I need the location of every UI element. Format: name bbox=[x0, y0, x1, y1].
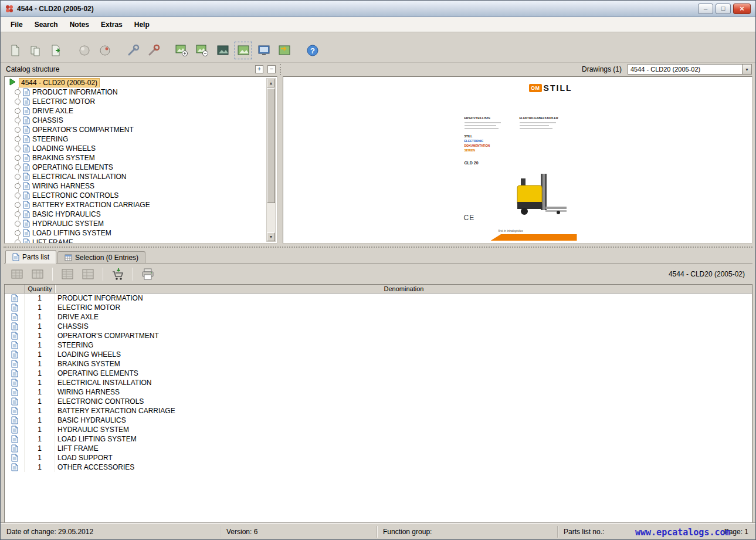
parts-table-row[interactable]: 1 OTHER ACCESSORIES bbox=[5, 463, 752, 472]
catalog-tree-item[interactable]: STEERING bbox=[6, 134, 266, 144]
expand-all-rows-icon[interactable] bbox=[60, 266, 75, 282]
parts-table-row[interactable]: 1 BRAKING SYSTEM bbox=[5, 359, 752, 369]
tree-expand-all-button[interactable]: + bbox=[255, 65, 263, 73]
tree-toggle-icon[interactable] bbox=[15, 155, 21, 161]
open-document-icon[interactable] bbox=[49, 43, 64, 58]
parts-table-row[interactable]: 1 LOAD SUPPORT bbox=[5, 453, 752, 463]
scroll-up-icon[interactable]: ▲ bbox=[267, 79, 275, 87]
maximize-button[interactable]: □ bbox=[716, 4, 731, 14]
add-to-cart-icon[interactable] bbox=[110, 266, 126, 282]
catalog-tree-item[interactable]: LOAD LIFTING SYSTEM bbox=[6, 228, 266, 238]
scroll-down-icon[interactable]: ▼ bbox=[267, 232, 275, 241]
catalog-tree-item[interactable]: ELECTRONIC CONTROLS bbox=[6, 191, 266, 200]
tree-toggle-icon[interactable] bbox=[15, 99, 21, 104]
tree-toggle-icon[interactable] bbox=[15, 174, 21, 180]
parts-table-row[interactable]: 1 PRODUCT INFORMATION bbox=[5, 293, 752, 303]
parts-table-row[interactable]: 1 LOADING WHEELS bbox=[5, 350, 752, 359]
parts-table-row[interactable]: 1 BASIC HYDRAULICS bbox=[5, 416, 752, 425]
catalog-tree-item[interactable]: LIFT FRAME bbox=[6, 238, 266, 243]
horizontal-splitter[interactable] bbox=[1, 244, 755, 250]
column-header-icon[interactable] bbox=[5, 285, 25, 293]
catalog-tree-item[interactable]: WIRING HARNESS bbox=[6, 181, 266, 191]
tools-wrench-icon[interactable] bbox=[126, 43, 141, 58]
parts-table-row[interactable]: 1 OPERATING ELEMENTS bbox=[5, 369, 752, 378]
vertical-splitter[interactable] bbox=[280, 64, 281, 75]
original-size-icon[interactable] bbox=[277, 43, 292, 58]
parts-table-row[interactable]: 1 LOAD LIFTING SYSTEM bbox=[5, 434, 752, 444]
tree-toggle-icon[interactable] bbox=[15, 89, 21, 95]
expand-group-icon[interactable] bbox=[9, 266, 25, 282]
column-header-quantity[interactable]: Quantity bbox=[25, 285, 55, 293]
parts-table-row[interactable]: 1 CHASSIS bbox=[5, 322, 752, 331]
parts-table-row[interactable]: 1 HYDRAULIC SYSTEM bbox=[5, 425, 752, 434]
parts-table-row[interactable]: 1 WIRING HARNESS bbox=[5, 387, 752, 397]
tree-toggle-icon[interactable] bbox=[15, 117, 21, 123]
tree-toggle-icon[interactable] bbox=[15, 136, 21, 142]
repair-wrench-icon[interactable] bbox=[146, 43, 161, 58]
catalog-tree-root[interactable]: 4544 - CLD20 (2005-02) bbox=[6, 78, 266, 87]
zoom-in-icon[interactable] bbox=[174, 43, 189, 58]
catalog-tree-item[interactable]: BATTERY EXTRACTION CARRIAGE bbox=[6, 200, 266, 210]
tree-toggle-icon[interactable] bbox=[15, 164, 21, 170]
tree-toggle-icon[interactable] bbox=[15, 221, 21, 227]
catalog-tree-item[interactable]: BASIC HYDRAULICS bbox=[6, 210, 266, 219]
column-header-denomination[interactable]: Denomination bbox=[55, 285, 752, 293]
new-document-icon[interactable] bbox=[8, 43, 23, 58]
catalog-tree-item[interactable]: DRIVE AXLE bbox=[6, 106, 266, 116]
catalog-tree-item[interactable]: ELECTRICAL INSTALLATION bbox=[6, 172, 266, 181]
catalog-tree-item[interactable]: ELECTRIC MOTOR bbox=[6, 97, 266, 106]
tree-toggle-icon[interactable] bbox=[15, 108, 21, 114]
tree-scrollbar[interactable]: ▲ ▼ bbox=[266, 78, 276, 242]
fit-to-window-icon[interactable] bbox=[256, 43, 272, 58]
tree-toggle-icon[interactable] bbox=[15, 230, 21, 236]
navigate-forward-icon[interactable] bbox=[97, 43, 113, 58]
menu-notes[interactable]: Notes bbox=[65, 19, 94, 31]
selection-grid-icon bbox=[65, 254, 72, 261]
catalog-tree-item[interactable]: CHASSIS bbox=[6, 116, 266, 125]
parts-table-row[interactable]: 1 OPERATOR'S COMPARTMENT bbox=[5, 331, 752, 340]
quantity-cell: 1 bbox=[25, 453, 55, 463]
catalog-tree-item[interactable]: PRODUCT INFORMATION bbox=[6, 87, 266, 97]
catalog-tree-item[interactable]: OPERATING ELEMENTS bbox=[6, 163, 266, 172]
tree-toggle-icon[interactable] bbox=[15, 146, 21, 151]
parts-table-row[interactable]: 1 BATTERY EXTRACTION CARRIAGE bbox=[5, 406, 752, 416]
tab-selection[interactable]: Selection (0 Entries) bbox=[57, 251, 145, 263]
tree-toggle-icon[interactable] bbox=[15, 183, 21, 189]
collapse-group-icon[interactable] bbox=[30, 266, 45, 282]
close-button[interactable]: × bbox=[733, 4, 751, 14]
zoom-selection-icon[interactable] bbox=[236, 43, 251, 58]
menu-file[interactable]: File bbox=[5, 19, 28, 31]
parts-table-row[interactable]: 1 STEERING bbox=[5, 340, 752, 350]
drawing-page[interactable]: OM STILL ERSATZTEILLISTE ELEKTRO-GABELST… bbox=[459, 77, 577, 242]
scrollbar-thumb[interactable] bbox=[267, 88, 275, 203]
copy-document-icon[interactable] bbox=[28, 43, 43, 58]
tree-toggle-icon[interactable] bbox=[15, 202, 21, 208]
drawings-select[interactable]: 4544 - CLD20 (2005-02) ▼ bbox=[628, 64, 752, 75]
tree-toggle-icon[interactable] bbox=[15, 193, 21, 198]
tree-toggle-icon[interactable] bbox=[15, 211, 21, 217]
menu-help[interactable]: Help bbox=[129, 19, 155, 31]
minimize-button[interactable]: _ bbox=[698, 4, 713, 14]
help-icon[interactable]: ? bbox=[305, 43, 320, 58]
parts-table-row[interactable]: 1 LIFT FRAME bbox=[5, 444, 752, 453]
parts-table-row[interactable]: 1 ELECTRIC MOTOR bbox=[5, 303, 752, 312]
collapse-all-rows-icon[interactable] bbox=[80, 266, 96, 282]
print-icon[interactable] bbox=[140, 266, 155, 282]
tree-toggle-icon[interactable] bbox=[15, 239, 21, 243]
menu-search[interactable]: Search bbox=[29, 19, 63, 31]
catalog-tree-item[interactable]: LOADING WHEELS bbox=[6, 144, 266, 153]
zoom-out-icon[interactable] bbox=[195, 43, 210, 58]
catalog-tree-item[interactable]: OPERATOR'S COMPARTMENT bbox=[6, 125, 266, 134]
full-image-icon[interactable] bbox=[215, 43, 230, 58]
catalog-tree-item[interactable]: BRAKING SYSTEM bbox=[6, 153, 266, 163]
catalog-tree-item[interactable]: HYDRAULIC SYSTEM bbox=[6, 219, 266, 228]
menu-extras[interactable]: Extras bbox=[96, 19, 128, 31]
chevron-down-icon[interactable]: ▼ bbox=[742, 65, 751, 74]
tab-parts-list[interactable]: Parts list bbox=[5, 250, 56, 264]
parts-table-row[interactable]: 1 ELECTRICAL INSTALLATION bbox=[5, 378, 752, 387]
parts-table-row[interactable]: 1 ELECTRONIC CONTROLS bbox=[5, 397, 752, 406]
navigate-back-icon[interactable] bbox=[77, 43, 92, 58]
parts-table-row[interactable]: 1 DRIVE AXLE bbox=[5, 312, 752, 322]
tree-toggle-icon[interactable] bbox=[15, 127, 21, 133]
tree-collapse-all-button[interactable]: − bbox=[267, 65, 276, 73]
